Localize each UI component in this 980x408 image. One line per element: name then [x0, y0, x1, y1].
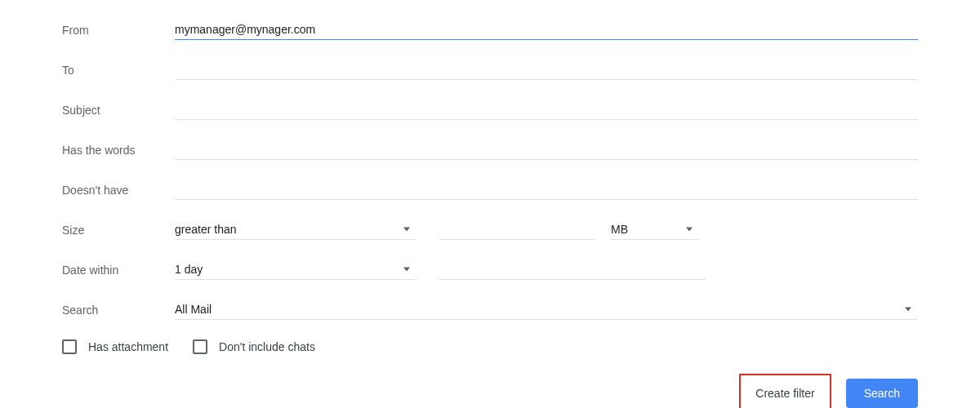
dont-include-chats-checkbox[interactable]: Don't include chats — [193, 339, 315, 354]
has-words-label: Has the words — [62, 144, 175, 157]
date-range-select[interactable]: 1 day — [175, 259, 416, 280]
create-filter-highlight: Create filter — [739, 374, 831, 408]
doesnt-have-input[interactable] — [175, 180, 918, 200]
date-within-row: Date within 1 day — [62, 259, 918, 280]
size-operator-value: greater than — [175, 223, 237, 236]
date-within-label: Date within — [62, 264, 175, 277]
subject-input[interactable] — [175, 100, 918, 120]
checkbox-icon — [62, 339, 77, 354]
chevron-down-icon — [905, 308, 911, 312]
checkbox-icon — [193, 339, 207, 354]
size-unit-value: MB — [611, 223, 628, 236]
chevron-down-icon — [403, 268, 410, 272]
checkbox-row: Has attachment Don't include chats — [62, 339, 918, 354]
filter-form: From To Subject Has the words Doesn't ha… — [0, 0, 980, 408]
search-label: Search — [62, 304, 175, 317]
actions-row: Create filter Search — [62, 374, 918, 408]
from-label: From — [62, 24, 175, 37]
search-button[interactable]: Search — [846, 379, 918, 408]
size-row: Size greater than MB — [62, 220, 918, 240]
size-value-input[interactable] — [439, 220, 595, 240]
to-input[interactable] — [175, 60, 918, 80]
has-words-input[interactable] — [175, 140, 918, 160]
doesnt-have-label: Doesn't have — [62, 184, 175, 197]
create-filter-button[interactable]: Create filter — [746, 380, 824, 406]
from-row: From — [62, 20, 918, 40]
size-unit-select[interactable]: MB — [611, 220, 699, 240]
search-in-select[interactable]: All Mail — [175, 299, 918, 320]
to-row: To — [62, 60, 918, 80]
search-in-value: All Mail — [175, 303, 212, 316]
dont-include-chats-label: Don't include chats — [219, 340, 315, 353]
has-words-row: Has the words — [62, 140, 918, 160]
subject-label: Subject — [62, 104, 175, 117]
doesnt-have-row: Doesn't have — [62, 180, 918, 200]
date-value-input[interactable] — [439, 260, 706, 280]
chevron-down-icon — [403, 228, 410, 232]
search-row: Search All Mail — [62, 299, 918, 320]
chevron-down-icon — [686, 228, 693, 232]
size-operator-select[interactable]: greater than — [175, 220, 416, 240]
subject-row: Subject — [62, 100, 918, 120]
from-input[interactable] — [175, 20, 918, 40]
to-label: To — [62, 64, 175, 77]
has-attachment-label: Has attachment — [88, 340, 168, 353]
size-label: Size — [62, 224, 175, 237]
date-range-value: 1 day — [175, 263, 203, 276]
has-attachment-checkbox[interactable]: Has attachment — [62, 339, 168, 354]
